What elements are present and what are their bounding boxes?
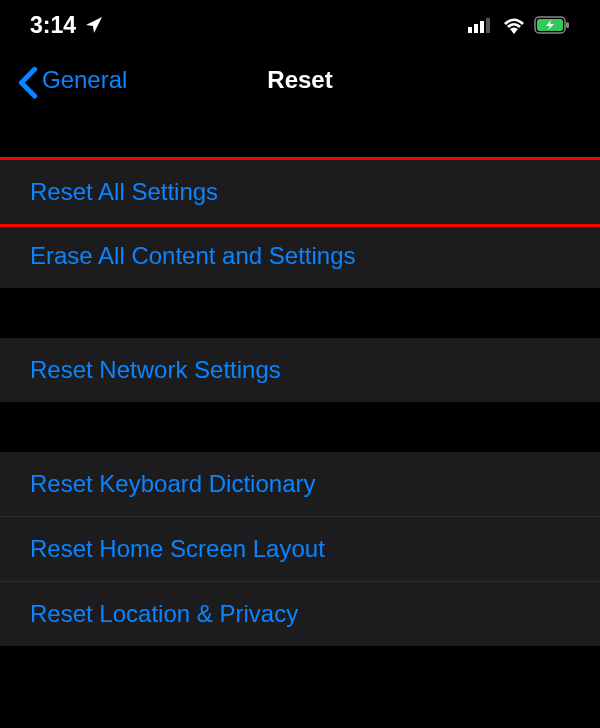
status-time: 3:14	[30, 12, 76, 39]
list-item-label: Reset Location & Privacy	[30, 600, 298, 627]
reset-keyboard-dictionary-item[interactable]: Reset Keyboard Dictionary	[0, 452, 600, 517]
section-spacer	[0, 110, 600, 160]
cellular-signal-icon	[468, 17, 494, 33]
list-item-label: Reset Home Screen Layout	[30, 535, 325, 562]
list-item-label: Erase All Content and Settings	[30, 242, 356, 269]
reset-group-3: Reset Keyboard Dictionary Reset Home Scr…	[0, 452, 600, 646]
list-item-label: Reset Network Settings	[30, 356, 281, 383]
section-spacer	[0, 288, 600, 338]
svg-rect-0	[468, 27, 472, 33]
back-label: General	[42, 66, 127, 94]
list-item-label: Reset All Settings	[30, 178, 218, 205]
status-bar-right	[468, 16, 570, 34]
svg-rect-6	[566, 22, 569, 28]
reset-location-privacy-item[interactable]: Reset Location & Privacy	[0, 582, 600, 646]
erase-all-content-item[interactable]: Erase All Content and Settings	[0, 224, 600, 288]
reset-group-2: Reset Network Settings	[0, 338, 600, 402]
reset-group-1: Reset All Settings Erase All Content and…	[0, 157, 600, 288]
section-spacer	[0, 402, 600, 452]
navigation-bar: General Reset	[0, 50, 600, 110]
status-bar: 3:14	[0, 0, 600, 50]
wifi-icon	[502, 16, 526, 34]
battery-charging-icon	[534, 16, 570, 34]
page-title: Reset	[267, 66, 332, 94]
svg-rect-2	[480, 21, 484, 33]
svg-rect-3	[486, 18, 490, 33]
back-button[interactable]: General	[18, 66, 127, 94]
list-item-label: Reset Keyboard Dictionary	[30, 470, 315, 497]
reset-network-settings-item[interactable]: Reset Network Settings	[0, 338, 600, 402]
status-bar-left: 3:14	[30, 12, 104, 39]
location-arrow-icon	[84, 15, 104, 35]
svg-rect-1	[474, 24, 478, 33]
reset-home-screen-layout-item[interactable]: Reset Home Screen Layout	[0, 517, 600, 582]
reset-all-settings-item[interactable]: Reset All Settings	[0, 157, 600, 227]
chevron-left-icon	[18, 66, 38, 94]
